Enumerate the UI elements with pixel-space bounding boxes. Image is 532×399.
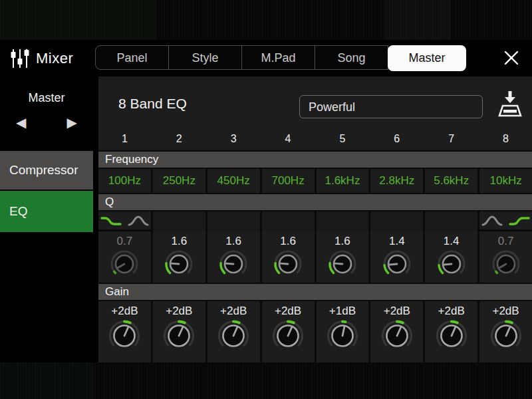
q-row: 0.7 1.6 1.6 bbox=[98, 211, 532, 283]
frequency-value[interactable]: 100Hz bbox=[98, 169, 151, 193]
q-knob[interactable] bbox=[109, 249, 140, 279]
sidebar: Master ◀ ▶ Compressor EQ bbox=[0, 76, 98, 362]
band-number: 4 bbox=[262, 128, 315, 150]
q-knob[interactable] bbox=[382, 249, 412, 279]
q-band-cell: 1.6 bbox=[207, 211, 260, 283]
q-value: 0.7 bbox=[498, 231, 514, 249]
gain-knob[interactable] bbox=[215, 318, 251, 354]
tab-style[interactable]: Style bbox=[168, 45, 242, 70]
frequency-value[interactable]: 450Hz bbox=[207, 169, 260, 193]
frequency-value[interactable]: 250Hz bbox=[153, 169, 205, 193]
gain-band-cell: +2dB bbox=[98, 301, 151, 362]
eq-panel: 8 Band EQ Powerful 1 2 3 4 5 6 7 bbox=[98, 76, 532, 362]
background-texture bbox=[0, 362, 93, 399]
gain-value: +1dB bbox=[329, 301, 356, 318]
gain-knob[interactable] bbox=[106, 318, 142, 354]
frequency-row: 100Hz 250Hz 450Hz 700Hz 1.6kHz 2.8kHz 5.… bbox=[98, 169, 532, 193]
mixer-screen: Mixer Panel Style M.Pad Song Master Mast… bbox=[0, 0, 532, 399]
frequency-value[interactable]: 5.6kHz bbox=[425, 169, 477, 193]
q-band-cell: 0.7 bbox=[98, 211, 151, 283]
high-shelf-icon[interactable] bbox=[509, 214, 530, 227]
band-number: 2 bbox=[153, 128, 205, 150]
q-value: 1.4 bbox=[389, 231, 405, 249]
peak-icon[interactable] bbox=[128, 214, 149, 227]
gain-band-cell: +2dB bbox=[207, 301, 260, 362]
low-shelf-icon[interactable] bbox=[100, 214, 122, 227]
q-shape-strip bbox=[479, 211, 532, 231]
q-band-cell: 0.7 bbox=[479, 211, 532, 283]
gain-value: +2dB bbox=[384, 301, 410, 318]
preset-selector[interactable]: Powerful bbox=[299, 95, 483, 118]
gain-band-cell: +2dB bbox=[479, 301, 532, 362]
sidebar-item-label: Compressor bbox=[9, 163, 78, 178]
q-value: 1.6 bbox=[280, 231, 296, 249]
q-value: 1.4 bbox=[444, 231, 460, 249]
tab-song[interactable]: Song bbox=[315, 45, 388, 70]
sidebar-item-compressor[interactable]: Compressor bbox=[0, 151, 93, 190]
q-value: 0.7 bbox=[117, 231, 133, 249]
q-knob[interactable] bbox=[273, 249, 303, 279]
frequency-value[interactable]: 1.6kHz bbox=[317, 169, 369, 193]
part-selector-arrows: ◀ ▶ bbox=[0, 105, 93, 129]
tab-panel[interactable]: Panel bbox=[95, 45, 169, 70]
q-knob[interactable] bbox=[491, 249, 521, 279]
q-value: 1.6 bbox=[171, 231, 187, 249]
q-section-label: Q bbox=[98, 193, 532, 211]
tab-mpad[interactable]: M.Pad bbox=[241, 45, 315, 70]
peak-icon[interactable] bbox=[481, 214, 503, 227]
gain-value: +2dB bbox=[492, 301, 519, 318]
q-knob[interactable] bbox=[436, 249, 467, 279]
gain-knob[interactable] bbox=[379, 318, 415, 354]
gain-knob[interactable] bbox=[325, 318, 360, 354]
prev-part-button[interactable]: ◀ bbox=[16, 116, 26, 129]
q-value: 1.6 bbox=[225, 231, 241, 249]
q-band-cell: 1.6 bbox=[153, 211, 205, 283]
frequency-value[interactable]: 10kHz bbox=[479, 169, 532, 193]
gain-row: +2dB +2dB +2dB +2dB bbox=[98, 301, 532, 362]
q-band-cell: 1.6 bbox=[262, 211, 315, 283]
background-texture bbox=[384, 0, 451, 40]
q-knob[interactable] bbox=[164, 249, 194, 279]
frequency-value[interactable]: 700Hz bbox=[262, 169, 315, 193]
band-number: 8 bbox=[479, 128, 532, 150]
gain-knob[interactable] bbox=[488, 318, 524, 354]
part-selector-label: Master bbox=[0, 76, 93, 105]
gain-value: +2dB bbox=[220, 301, 247, 318]
mixer-faders-icon bbox=[9, 47, 31, 72]
eq-panel-header: 8 Band EQ Powerful bbox=[98, 76, 532, 128]
q-band-cell: 1.4 bbox=[370, 211, 423, 283]
gain-band-cell: +2dB bbox=[262, 301, 315, 362]
page-title: Mixer bbox=[36, 40, 73, 76]
band-number: 5 bbox=[317, 128, 369, 150]
gain-knob[interactable] bbox=[161, 318, 197, 354]
band-numbers-row: 1 2 3 4 5 6 7 8 bbox=[98, 128, 532, 150]
background-texture bbox=[0, 0, 156, 40]
band-number: 7 bbox=[425, 128, 477, 150]
q-knob[interactable] bbox=[327, 249, 358, 279]
close-icon bbox=[503, 59, 520, 68]
q-band-cell: 1.6 bbox=[317, 211, 369, 283]
gain-band-cell: +1dB bbox=[317, 301, 369, 362]
q-knob[interactable] bbox=[218, 249, 249, 279]
next-part-button[interactable]: ▶ bbox=[67, 116, 77, 129]
sidebar-item-label: EQ bbox=[9, 204, 27, 219]
save-button[interactable] bbox=[497, 90, 523, 118]
sidebar-item-eq[interactable]: EQ bbox=[0, 191, 93, 232]
gain-value: +2dB bbox=[111, 301, 138, 318]
gain-knob[interactable] bbox=[270, 318, 306, 354]
gain-section-label: Gain bbox=[98, 283, 532, 301]
band-number: 3 bbox=[207, 128, 260, 150]
gain-value: +2dB bbox=[166, 301, 192, 318]
gain-knob[interactable] bbox=[434, 318, 469, 354]
band-number: 6 bbox=[370, 128, 423, 150]
frequency-value[interactable]: 2.8kHz bbox=[370, 169, 423, 193]
tab-master[interactable]: Master bbox=[388, 45, 466, 71]
frequency-section-label: Frequency bbox=[98, 150, 532, 169]
tab-bar: Panel Style M.Pad Song Master bbox=[95, 45, 466, 71]
gain-band-cell: +2dB bbox=[370, 301, 423, 362]
gain-value: +2dB bbox=[438, 301, 465, 318]
close-button[interactable] bbox=[501, 49, 521, 68]
q-band-cell: 1.4 bbox=[425, 211, 477, 283]
eq-title: 8 Band EQ bbox=[118, 76, 187, 128]
gain-band-cell: +2dB bbox=[153, 301, 205, 362]
